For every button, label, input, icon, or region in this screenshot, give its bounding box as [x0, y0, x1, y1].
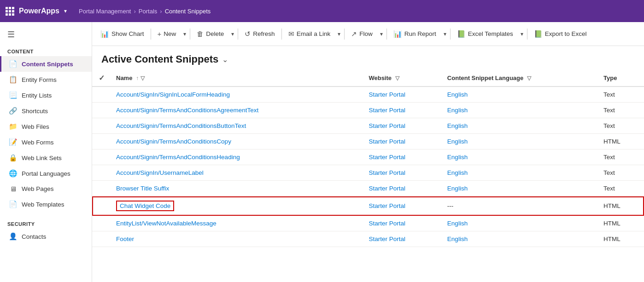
row-website-link[interactable]: Starter Portal — [369, 220, 405, 227]
entity-forms-icon: 📋 — [9, 75, 17, 84]
excel-templates-dropdown[interactable]: ▾ — [519, 28, 525, 40]
row-website-link[interactable]: Starter Portal — [369, 202, 405, 209]
row-website-cell: Starter Portal — [363, 86, 441, 103]
row-name-link[interactable]: Account/Signin/TermsAndConditionsHeading — [116, 154, 240, 161]
sidebar-item-entity-forms[interactable]: 📋 Entity Forms — [0, 72, 92, 87]
row-check-cell[interactable] — [92, 150, 111, 165]
col-name: Name ↑ ▽ — [111, 70, 363, 86]
col-language-actions: ▽ — [527, 75, 531, 81]
table-row: Account/Signin/TermsAndConditionsButtonT… — [92, 118, 644, 134]
row-name-cell: Account/Signin/TermsAndConditionsAgreeme… — [111, 103, 363, 118]
row-check-cell[interactable] — [92, 103, 111, 118]
web-files-icon: 📁 — [9, 122, 17, 131]
table-row: Account/SignIn/SignInLocalFormHeadingSta… — [92, 86, 644, 103]
sidebar-item-contacts[interactable]: 👤 Contacts — [0, 229, 92, 244]
table-row: Chat Widget CodeStarter Portal---HTML — [92, 196, 644, 216]
table-row: Account/SignIn/UsernameLabelStarter Port… — [92, 165, 644, 181]
row-name-cell: Chat Widget Code — [111, 196, 363, 216]
row-language-cell: English — [442, 86, 598, 103]
row-name-link[interactable]: Account/Signin/TermsAndConditionsCopy — [116, 138, 231, 145]
email-a-link-button[interactable]: ✉ Email a Link — [284, 27, 335, 41]
sidebar-item-entity-lists[interactable]: 📃 Entity Lists — [0, 87, 92, 103]
row-website-link[interactable]: Starter Portal — [369, 169, 405, 176]
row-name-link[interactable]: Chat Widget Code — [116, 201, 174, 211]
run-report-button[interactable]: 📊 Run Report — [389, 27, 441, 41]
row-name-link[interactable]: EntityList/ViewNotAvailableMessage — [116, 220, 217, 227]
col-language-filter[interactable]: ▽ — [527, 75, 531, 81]
check-icon[interactable]: ✓ — [99, 74, 105, 82]
row-website-link[interactable]: Starter Portal — [369, 185, 405, 192]
delete-dropdown[interactable]: ▾ — [229, 28, 236, 40]
toolbar-sep1 — [151, 29, 151, 40]
flow-dropdown[interactable]: ▾ — [378, 28, 385, 40]
sidebar-item-web-forms[interactable]: 📝 Web Forms — [0, 134, 92, 150]
delete-button[interactable]: 🗑 Delete — [192, 27, 228, 40]
web-pages-icon: 🖥 — [9, 185, 17, 193]
new-dropdown[interactable]: ▾ — [181, 28, 188, 40]
sidebar-item-web-files[interactable]: 📁 Web Files — [0, 119, 92, 134]
row-type-cell: Text — [598, 181, 644, 196]
row-check-cell[interactable] — [92, 165, 111, 181]
row-name-link[interactable]: Account/Signin/TermsAndConditionsButtonT… — [116, 122, 246, 129]
entity-lists-icon: 📃 — [9, 91, 17, 99]
row-website-link[interactable]: Starter Portal — [369, 138, 405, 145]
shortcuts-icon: 🔗 — [9, 107, 17, 115]
row-website-link[interactable]: Starter Portal — [369, 107, 405, 114]
export-to-excel-button[interactable]: 📗 Export to Excel — [529, 27, 591, 41]
row-name-link[interactable]: Account/SignIn/UsernameLabel — [116, 169, 204, 176]
col-website-label: Website — [369, 75, 392, 81]
row-language-cell: English — [442, 181, 598, 196]
top-bar: PowerApps ▾ Portal Management › Portals … — [0, 0, 644, 22]
breadcrumb-portals[interactable]: Portals — [139, 8, 157, 15]
sidebar-item-portal-languages[interactable]: 🌐 Portal Languages — [0, 166, 92, 181]
row-check-cell[interactable] — [92, 181, 111, 196]
toolbar-sep5 — [344, 29, 345, 40]
new-button[interactable]: + New — [153, 27, 181, 40]
row-check-cell[interactable] — [92, 231, 111, 247]
row-website-link[interactable]: Starter Portal — [369, 236, 405, 242]
app-launcher-icon[interactable] — [6, 7, 14, 16]
excel-templates-button[interactable]: 📗 Excel Templates — [452, 27, 518, 41]
sidebar-item-content-snippets[interactable]: 📄 Content Snippets — [0, 56, 92, 72]
row-website-link[interactable]: Starter Portal — [369, 154, 405, 161]
row-name-link[interactable]: Account/Signin/TermsAndConditionsAgreeme… — [116, 107, 258, 114]
refresh-label: Refresh — [253, 30, 275, 37]
sidebar-item-web-pages[interactable]: 🖥 Web Pages — [0, 181, 92, 196]
row-check-cell[interactable] — [92, 86, 111, 103]
col-website-filter[interactable]: ▽ — [395, 75, 399, 81]
row-name-cell: Account/Signin/TermsAndConditionsHeading — [111, 150, 363, 165]
new-icon: + — [158, 30, 162, 38]
sidebar-item-label: Web Forms — [22, 139, 54, 146]
sidebar-item-shortcuts[interactable]: 🔗 Shortcuts — [0, 103, 92, 119]
sidebar-item-label: Web Templates — [22, 201, 64, 208]
app-name-chevron[interactable]: ▾ — [64, 8, 67, 14]
layout: ☰ Content 📄 Content Snippets 📋 Entity Fo… — [0, 22, 644, 282]
contacts-icon: 👤 — [9, 232, 17, 241]
run-report-dropdown[interactable]: ▾ — [442, 28, 448, 40]
row-name-link[interactable]: Browser Title Suffix — [116, 185, 169, 192]
sidebar-item-web-link-sets[interactable]: 🔒 Web Link Sets — [0, 150, 92, 166]
flow-button[interactable]: ↗ Flow — [346, 27, 377, 41]
row-check-cell[interactable] — [92, 118, 111, 134]
row-check-cell[interactable] — [92, 216, 111, 231]
breadcrumb-portal-management[interactable]: Portal Management — [79, 8, 131, 15]
export-excel-icon: 📗 — [534, 30, 543, 38]
row-website-link[interactable]: Starter Portal — [369, 122, 405, 129]
row-check-cell[interactable] — [92, 134, 111, 150]
show-chart-button[interactable]: 📊 Show Chart — [96, 27, 149, 41]
row-type-cell: Text — [598, 150, 644, 165]
sidebar-item-web-templates[interactable]: 📄 Web Templates — [0, 196, 92, 212]
row-website-link[interactable]: Starter Portal — [369, 91, 405, 98]
page-title-dropdown[interactable]: ⌄ — [222, 55, 228, 64]
col-name-sort[interactable]: ↑ — [136, 75, 139, 81]
delete-icon: 🗑 — [197, 30, 204, 38]
email-dropdown[interactable]: ▾ — [336, 28, 342, 40]
row-name-cell: Account/Signin/TermsAndConditionsButtonT… — [111, 118, 363, 134]
row-check-cell[interactable] — [92, 196, 111, 216]
table-row: EntityList/ViewNotAvailableMessageStarte… — [92, 216, 644, 231]
row-name-link[interactable]: Account/SignIn/SignInLocalFormHeading — [116, 91, 230, 98]
hamburger-menu[interactable]: ☰ — [0, 26, 92, 45]
refresh-button[interactable]: ↺ Refresh — [240, 27, 279, 41]
col-name-filter[interactable]: ▽ — [141, 75, 145, 81]
row-name-link[interactable]: Footer — [116, 236, 134, 242]
